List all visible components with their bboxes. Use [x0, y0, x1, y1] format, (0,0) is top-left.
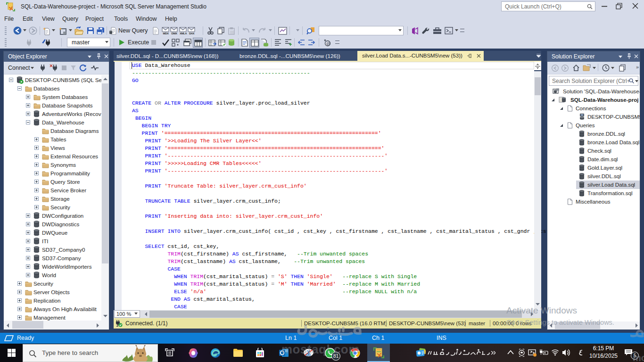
svg-text:@: @: [326, 41, 330, 46]
